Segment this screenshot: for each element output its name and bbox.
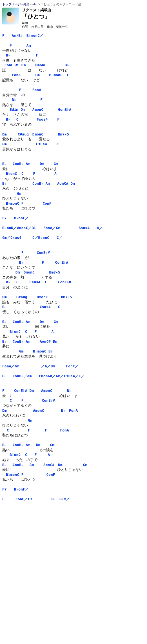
- lyric-line: つながってゆくの: [2, 403, 145, 408]
- chord-line: F7 B♭onF／: [2, 216, 145, 221]
- chord-line: B♭ ConB♭ Am Dm Gm: [2, 319, 145, 324]
- blank-line: [2, 383, 145, 388]
- blank-line: [2, 438, 145, 443]
- blank-line: [2, 245, 145, 250]
- credits: 作詞 吉元由美 作曲 菊池一仁: [22, 25, 68, 29]
- divider: [2, 30, 145, 30]
- lyric-line: 私たち はひとつ: [2, 206, 145, 211]
- chord-line: Edim Dm AmonC GonB♭#: [2, 107, 145, 112]
- lyric-line: ひとりじゃない: [2, 196, 145, 201]
- chord-line: B♭onC C F A: [2, 329, 145, 334]
- lyric-line: 見た かも しれない: [2, 334, 145, 339]
- blank-line: [2, 314, 145, 319]
- breadcrumb: トップページ> 邦楽> alan> 「ひとつ」のギターコード譜: [2, 2, 145, 6]
- lyric-line: たく さんの祝 福に: [2, 112, 145, 117]
- lyric-line: 愛されるより も 愛せる: [2, 137, 145, 142]
- chord-line: Gm: [2, 191, 145, 196]
- chord-line: Dm C#aug DmonC Bm7-5: [2, 295, 145, 300]
- blank-line: [2, 231, 145, 236]
- chord-line: F7 B♭onF／: [2, 487, 145, 492]
- chord-line: B♭ F: [2, 97, 145, 102]
- chord-line: B♭onC C F A: [2, 452, 145, 457]
- bc-genre[interactable]: 邦楽: [23, 3, 30, 6]
- lyric-line: 永久 (とわ)に: [2, 186, 145, 191]
- lyric-line: 一度だけじゃない: [2, 48, 145, 53]
- lyric-line: 愛に 心はいま: [2, 166, 145, 171]
- chord-line: F Am: [2, 43, 145, 48]
- chord-line: Dm C#aug DmonC Bm7-5: [2, 132, 145, 137]
- lyric-line: 守 られているの: [2, 122, 145, 127]
- lyric-line: こんな にいたくて: [2, 265, 145, 270]
- chord-line: B♭onC C F A: [2, 171, 145, 176]
- chord-line: Gm: [2, 418, 145, 423]
- blank-line: [2, 369, 145, 374]
- chord-line: Gm Csus4 C: [2, 142, 145, 147]
- chord-line: B♭ ConB♭ Am AonC# Dm Gm: [2, 462, 145, 467]
- blank-line: [2, 359, 145, 364]
- chord-line: F ConE♭#: [2, 250, 145, 255]
- chord-line: FonA Gm B♭monC C: [2, 73, 145, 78]
- chord-line: B♭ C Fsus4 F ConE♭#: [2, 280, 145, 285]
- request-label: リクエスト掲載曲: [22, 8, 68, 13]
- lyric-line: ひとりじゃない: [2, 423, 145, 428]
- lyric-line: 愛に ひとりじゃない: [2, 467, 145, 472]
- blank-line: [2, 378, 145, 383]
- chord-line: B♭ ConB♭ Am Dm Gm: [2, 161, 145, 166]
- chord-line: Dm AmonC B♭ FonA: [2, 408, 145, 413]
- artist-name: alan: [22, 21, 68, 24]
- chord-line: B♭ C Fsus4 F: [2, 117, 145, 122]
- lyric-line: 勇気からはじまる: [2, 147, 145, 152]
- lyric-line: あなたの涙 が: [2, 255, 145, 260]
- lyric-line: 誰も みな 傷つく たびに: [2, 300, 145, 305]
- blank-line: [2, 492, 145, 497]
- lyric-line: この胸を 熱 くする: [2, 275, 145, 280]
- chord-line: C F F FonA: [2, 428, 145, 433]
- blank-line: [2, 211, 145, 216]
- blank-line: [2, 38, 145, 43]
- chord-line: B♭monC F ConF: [2, 472, 145, 477]
- chord-line: Gm B♭monC B♭: [2, 349, 145, 354]
- lyric-line: 愛 に 心はい ま: [2, 393, 145, 398]
- blank-line: [2, 82, 145, 87]
- lyric-line: 記憶も ない けど: [2, 78, 145, 83]
- chord-line: F ConF／F7 B♭ B♭m／: [2, 497, 145, 502]
- chord-line: F FonA: [2, 87, 145, 92]
- lyric-line: 熱さを 感じて: [2, 102, 145, 107]
- chord-line: C F ConE♭#: [2, 398, 145, 403]
- lyric-line: 私たち はひとつ: [2, 477, 145, 482]
- blank-line: [2, 221, 145, 226]
- blank-line: [2, 127, 145, 132]
- bc-top[interactable]: トップページ: [2, 3, 21, 6]
- lyric-line: 証 は ない けれど: [2, 68, 145, 73]
- chord-line: B♭ ConB♭ Am AonC# Dm: [2, 181, 145, 186]
- chord-line: ConE♭# Dm DmonC B♭: [2, 63, 145, 68]
- chord-line: B♭monC F ConF: [2, 201, 145, 206]
- header: リクエスト掲載曲 「ひとつ」 alan 作詞 吉元由美 作曲 菊池一仁: [2, 8, 145, 29]
- chord-line: B♭ ConB♭／Am FmonG#／Gm／Csus4／C／: [2, 374, 145, 379]
- chord-line: B♭ ConB♭ Am AonC# Dm: [2, 339, 145, 344]
- blank-line: [2, 482, 145, 487]
- chord-line: Dm DmonC Bm7-5: [2, 270, 145, 275]
- lyric-line: 自分の命 の: [2, 92, 145, 98]
- chord-line: B♭ ConB♭ Am Dm Gm: [2, 442, 145, 448]
- lyric-line: 生まれて来た意味を 見つけよう: [2, 354, 145, 359]
- lyric-line: 夢に: [2, 344, 145, 349]
- lyric-line: ぬぐ ったこの手で: [2, 457, 145, 462]
- lyric-line: 熱い その涙を: [2, 448, 145, 453]
- blank-line: [2, 152, 145, 157]
- lyric-line: 永久(とわ)に: [2, 413, 145, 418]
- blank-line: [2, 157, 145, 162]
- chord-line: F Am/B♭ B♭monC／: [2, 33, 145, 38]
- song-body: F Am/B♭ B♭monC／ F Am一度だけじゃない B♭ F何度 も生きて…: [2, 33, 145, 502]
- chord-line: B♭ Csus4 C: [2, 304, 145, 309]
- lyric-line: 優し くなってゆくの: [2, 309, 145, 315]
- bc-artist[interactable]: alan: [32, 3, 38, 6]
- lyric-line: 私たちはひとつ: [2, 433, 145, 438]
- album-art: [2, 8, 19, 24]
- chord-line: B♭onD／AmonC／B♭ FonA／Gm Asus4 A／: [2, 225, 145, 231]
- blank-line: [2, 240, 145, 245]
- chord-line: Gm／Csus4 C／B♭onC C／: [2, 235, 145, 240]
- lyric-line: 遠い 同じ星を: [2, 324, 145, 329]
- lyric-line: つな がってゆくの: [2, 176, 145, 181]
- bc-tail: 「ひとつ」のギターコード譜: [41, 3, 81, 6]
